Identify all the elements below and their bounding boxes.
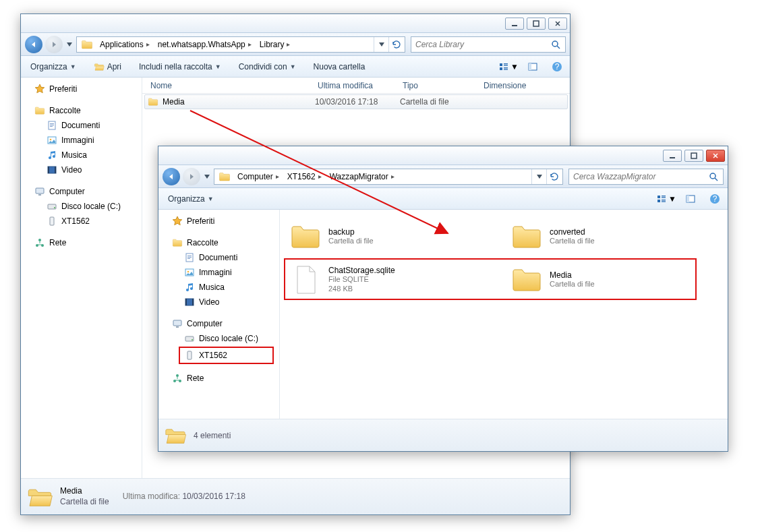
sidebar-item-drive-c[interactable]: Disco locale (C:) [158, 331, 279, 346]
sidebar-favorites[interactable]: Preferiti [21, 82, 142, 96]
star-icon [172, 216, 183, 227]
toolbar: Organizza▼ Apri Includi nella raccolta▼ … [21, 56, 570, 78]
sidebar-computer[interactable]: Computer [21, 184, 142, 199]
refresh-button[interactable] [546, 169, 561, 184]
back-button[interactable] [163, 168, 180, 185]
navbar: Computer▸ XT1562▸ WazzapMigrator▸ [158, 165, 728, 188]
titlebar[interactable] [158, 146, 728, 165]
column-date[interactable]: Ultima modifica [312, 81, 397, 90]
folder-icon [510, 220, 543, 253]
address-bar[interactable]: Applications▸ net.whatsapp.WhatsApp▸ Lib… [76, 36, 405, 53]
minimize-button[interactable] [505, 18, 524, 30]
tile-item[interactable]: ChatStorage.sqliteFile SQLITE 248 KB [287, 260, 500, 300]
maximize-button[interactable] [684, 150, 703, 162]
forward-button[interactable] [183, 168, 200, 185]
music-icon [184, 282, 195, 293]
svg-rect-29 [533, 21, 539, 26]
column-type[interactable]: Tipo [397, 81, 478, 90]
history-dropdown[interactable] [65, 42, 74, 47]
sidebar-libraries[interactable]: Raccolte [158, 235, 279, 250]
folder-icon [510, 264, 543, 296]
address-dropdown[interactable] [374, 37, 388, 52]
organize-button[interactable]: Organizza▼ [26, 60, 80, 73]
device-icon [47, 216, 57, 227]
sidebar-favorites[interactable]: Preferiti [158, 214, 279, 229]
status-count: 4 elementi [194, 431, 231, 440]
monitor-icon [172, 318, 183, 329]
search-box[interactable] [411, 36, 566, 53]
breadcrumb[interactable]: net.whatsapp.WhatsApp▸ [154, 38, 256, 51]
breadcrumb[interactable]: Library▸ [256, 38, 295, 51]
sidebar-item-xt1562[interactable]: XT1562 [21, 214, 142, 229]
forward-button[interactable] [45, 36, 63, 53]
tile-item[interactable]: backupCartella di file [287, 216, 500, 257]
open-button[interactable]: Apri [90, 59, 125, 74]
history-dropdown[interactable] [203, 175, 211, 179]
toolbar: Organizza▼ ▼ [158, 188, 728, 210]
help-button[interactable] [550, 59, 564, 74]
folder-icon [81, 38, 93, 51]
music-icon [47, 150, 57, 160]
sidebar-item-music[interactable]: Musica [21, 148, 142, 162]
breadcrumb[interactable]: Applications▸ [96, 38, 154, 51]
search-input[interactable] [573, 172, 704, 181]
sidebar-item-pictures[interactable]: Immagini [21, 133, 142, 148]
status-bar: 4 elementi [158, 419, 728, 451]
minimize-button[interactable] [663, 150, 682, 162]
view-options-button[interactable]: ▼ [501, 59, 516, 74]
sidebar-item-xt1562[interactable]: XT1562 [179, 347, 274, 364]
breadcrumb[interactable]: XT1562▸ [283, 171, 326, 183]
search-input[interactable] [415, 40, 546, 49]
search-box[interactable] [568, 169, 724, 185]
help-button[interactable] [707, 191, 722, 206]
organize-button[interactable]: Organizza▼ [164, 192, 218, 206]
svg-rect-31 [691, 153, 697, 158]
view-options-button[interactable]: ▼ [659, 191, 674, 206]
close-button[interactable] [548, 18, 567, 30]
column-name[interactable]: Nome [145, 81, 312, 90]
preview-pane-button[interactable] [683, 191, 698, 206]
close-button[interactable] [706, 150, 725, 162]
sidebar-computer[interactable]: Computer [158, 316, 279, 331]
sidebar-network[interactable]: Rete [158, 371, 279, 386]
address-dropdown[interactable] [531, 169, 546, 184]
maximize-button[interactable] [527, 18, 546, 30]
folder-open-icon [94, 61, 105, 72]
refresh-button[interactable] [388, 37, 403, 52]
image-icon [184, 267, 195, 278]
sidebar-item-pictures[interactable]: Immagini [158, 265, 279, 280]
tile-item[interactable]: convertedCartella di file [508, 216, 721, 257]
include-library-button[interactable]: Includi nella raccolta▼ [135, 60, 225, 73]
image-icon [47, 135, 57, 146]
address-bar[interactable]: Computer▸ XT1562▸ WazzapMigrator▸ [214, 169, 563, 185]
sidebar: Preferiti Raccolte Documenti Immagini Mu… [158, 210, 280, 419]
sidebar-item-drive-c[interactable]: Disco locale (C:) [21, 199, 142, 214]
sidebar-item-video[interactable]: Video [21, 162, 142, 177]
breadcrumb[interactable]: WazzapMigrator▸ [326, 171, 399, 183]
sidebar-network[interactable]: Rete [21, 235, 142, 250]
navbar: Applications▸ net.whatsapp.WhatsApp▸ Lib… [21, 33, 570, 56]
share-button[interactable]: Condividi con▼ [235, 60, 300, 73]
status-bar: Media Cartella di file Ultima modifica: … [21, 478, 570, 514]
folder-open-icon [26, 483, 53, 510]
sidebar-item-documents[interactable]: Documenti [158, 250, 279, 265]
star-icon [34, 84, 45, 94]
tile-item[interactable]: MediaCartella di file [508, 260, 721, 300]
drive-icon [184, 333, 195, 344]
sidebar: Preferiti Raccolte Documenti Immagini Mu… [21, 78, 142, 478]
sidebar-item-music[interactable]: Musica [158, 280, 279, 295]
sidebar-item-video[interactable]: Video [158, 295, 279, 309]
breadcrumb[interactable]: Computer▸ [233, 171, 283, 183]
video-icon [184, 297, 195, 307]
back-button[interactable] [25, 36, 42, 53]
sidebar-libraries[interactable]: Raccolte [21, 103, 142, 118]
search-icon [708, 171, 719, 182]
sidebar-item-documents[interactable]: Documenti [21, 118, 142, 133]
monitor-icon [34, 186, 45, 197]
list-item[interactable]: Media 10/03/2016 17:18 Cartella di file [144, 94, 568, 109]
column-size[interactable]: Dimensione [478, 81, 539, 90]
titlebar[interactable] [21, 14, 570, 33]
new-folder-button[interactable]: Nuova cartella [310, 60, 370, 73]
folder-icon [289, 220, 322, 253]
preview-pane-button[interactable] [525, 59, 540, 74]
